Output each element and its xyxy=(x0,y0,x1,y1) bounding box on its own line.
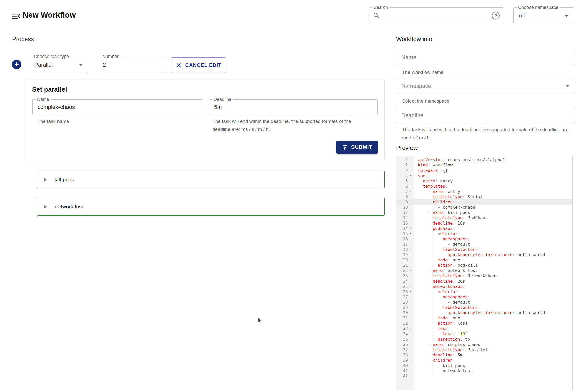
code-line[interactable]: 32 action: loss xyxy=(396,321,572,326)
code-token: kill-pods xyxy=(445,210,470,215)
code-line[interactable]: 10 - complex-chaos xyxy=(396,205,572,210)
new-workflow-page: New Workflow Search ? Choose namespace A… xyxy=(0,0,588,390)
line-number: 30 xyxy=(396,310,408,315)
code-line[interactable]: 35 direction: to xyxy=(396,337,572,342)
fold-caret-icon[interactable]: ▾ xyxy=(408,294,414,300)
fold-caret-icon[interactable]: ▾ xyxy=(408,326,414,331)
code-token: to xyxy=(463,337,470,342)
task-panel-kill-pods[interactable]: kill-pods xyxy=(37,171,385,188)
fold-spacer xyxy=(408,178,414,184)
fold-caret-icon[interactable]: ▾ xyxy=(408,189,414,194)
code-line[interactable]: 12 templateType: PodChaos xyxy=(396,215,572,220)
code-line[interactable]: 33▾ loss: xyxy=(396,326,572,331)
submit-button[interactable]: SUBMIT xyxy=(336,141,378,154)
code-line[interactable]: 1apiVersion: chaos-mesh.org/v1alpha1 xyxy=(396,157,572,162)
code-line[interactable]: 34 loss: '10' xyxy=(396,331,572,337)
fold-caret-icon[interactable]: ▾ xyxy=(408,268,414,273)
cancel-edit-button[interactable]: CANCEL EDIT xyxy=(171,57,226,73)
code-line[interactable]: 2kind: Workflow xyxy=(396,162,572,168)
code-text: labelSelectors: xyxy=(418,247,480,252)
code-line[interactable]: 15▾ selector: xyxy=(396,231,572,236)
code-text: templateType: NetworkChaos xyxy=(418,273,498,278)
task-type-select[interactable]: Choose task type Parallel xyxy=(29,57,88,73)
fold-caret-icon[interactable]: ▾ xyxy=(408,247,414,252)
code-line[interactable]: 20 mode: one xyxy=(396,257,572,263)
code-line[interactable]: 28 - default xyxy=(396,300,572,305)
code-line[interactable]: 14▾ podChaos: xyxy=(396,226,572,231)
code-line[interactable]: 31 mode: one xyxy=(396,315,572,321)
code-line[interactable]: 19 app.kubernetes.io/instance: hello-wor… xyxy=(396,252,572,257)
add-task-button[interactable]: + xyxy=(12,60,21,69)
indent-guide xyxy=(432,300,432,305)
task-panel-network-loss[interactable]: network-loss xyxy=(37,198,385,216)
code-line[interactable]: 18▾ labelSelectors: xyxy=(396,247,572,252)
code-line[interactable]: 13 deadline: 10s xyxy=(396,220,572,226)
code-text: mode: one xyxy=(418,257,460,263)
code-line[interactable]: 30 app.kubernetes.io/instance: hello-wor… xyxy=(396,310,572,315)
code-line[interactable]: 41 - network-loss xyxy=(396,368,572,373)
code-line[interactable]: 37 templateType: Parallel xyxy=(396,347,572,352)
code-line[interactable]: 29▾ labelSelectors: xyxy=(396,305,572,310)
code-line[interactable]: 26▾ selector: xyxy=(396,289,572,294)
code-token: : xyxy=(513,310,515,315)
code-line[interactable]: 6▾ templates: xyxy=(396,184,572,189)
code-line[interactable]: 9▾ children: xyxy=(396,199,572,205)
number-field-label: Number xyxy=(101,54,120,59)
search-field[interactable]: Search ? xyxy=(369,7,504,24)
code-line[interactable]: 38 deadline: 5m xyxy=(396,352,572,358)
fold-caret-icon[interactable]: ▾ xyxy=(408,226,414,231)
fold-caret-icon[interactable]: ▾ xyxy=(408,358,414,363)
code-token: name xyxy=(433,210,443,215)
line-number: 33 xyxy=(396,326,408,331)
fold-caret-icon[interactable]: ▾ xyxy=(408,305,414,310)
fold-caret-icon[interactable]: ▾ xyxy=(408,231,414,236)
code-line[interactable]: 3metadata: {} xyxy=(396,168,572,173)
number-field[interactable]: Number 2 xyxy=(98,57,166,73)
fold-caret-icon[interactable]: ▾ xyxy=(408,184,414,189)
code-line[interactable]: 23 templateType: NetworkChaos xyxy=(396,273,572,278)
code-line[interactable]: 24 deadline: 20s xyxy=(396,278,572,284)
code-token: templateType xyxy=(433,273,463,278)
indent-guide xyxy=(432,305,432,310)
fold-caret-icon[interactable]: ▾ xyxy=(408,210,414,215)
help-icon[interactable]: ? xyxy=(492,12,500,20)
code-token: : xyxy=(453,331,455,336)
code-line[interactable]: 4▾spec: xyxy=(396,173,572,178)
code-line[interactable]: 42 xyxy=(396,373,572,379)
workflow-name-field[interactable]: Name xyxy=(396,49,575,65)
line-number: 13 xyxy=(396,220,408,226)
menu-open-icon[interactable] xyxy=(11,11,21,21)
fold-spacer xyxy=(408,347,414,352)
fold-caret-icon[interactable]: ▾ xyxy=(408,342,414,347)
line-number: 41 xyxy=(396,368,408,373)
namespace-header-select[interactable]: Choose namespace All xyxy=(513,7,574,24)
code-line[interactable]: 25▾ networkChaos: xyxy=(396,284,572,289)
code-line[interactable]: 5 entry: entry xyxy=(396,178,572,184)
code-line[interactable]: 21 action: pod-kill xyxy=(396,263,572,268)
code-line[interactable]: 7▾ - name: entry xyxy=(396,189,572,194)
code-line[interactable]: 17 - default xyxy=(396,242,572,247)
fold-caret-icon[interactable]: ▾ xyxy=(408,284,414,289)
task-name-field[interactable]: Name complex-chaos xyxy=(32,99,203,115)
number-field-value: 2 xyxy=(103,62,106,68)
code-line[interactable]: 8 templateType: Serial xyxy=(396,194,572,199)
code-line[interactable]: 11▾ - name: kill-pods xyxy=(396,210,572,215)
workflow-deadline-field[interactable]: Deadline xyxy=(396,107,575,123)
code-text: deadline: 20s xyxy=(418,278,465,284)
fold-caret-icon[interactable]: ▾ xyxy=(408,199,414,205)
code-token: app.kubernetes.io/instance xyxy=(448,252,512,257)
code-line[interactable]: 40 - kill-pods xyxy=(396,363,572,368)
fold-caret-icon[interactable]: ▾ xyxy=(408,289,414,294)
code-line[interactable]: 16▾ namespaces: xyxy=(396,236,572,242)
workflow-namespace-select[interactable]: Namespace xyxy=(396,78,575,94)
yaml-preview-editor[interactable]: 1apiVersion: chaos-mesh.org/v1alpha12kin… xyxy=(396,156,573,390)
code-line[interactable]: 39▾ children: xyxy=(396,358,572,363)
code-line[interactable]: 36▾ - name: complex-chaos xyxy=(396,342,572,347)
code-line[interactable]: 27▾ namespaces: xyxy=(396,294,572,300)
fold-caret-icon[interactable]: ▾ xyxy=(408,173,414,178)
task-deadline-field[interactable]: Deadline 5m xyxy=(209,99,378,115)
search-input[interactable] xyxy=(383,9,489,23)
code-line[interactable]: 22▾ - name: network-loss xyxy=(396,268,572,273)
fold-caret-icon[interactable]: ▾ xyxy=(408,236,414,242)
task-type-value: Parallel xyxy=(34,62,53,68)
